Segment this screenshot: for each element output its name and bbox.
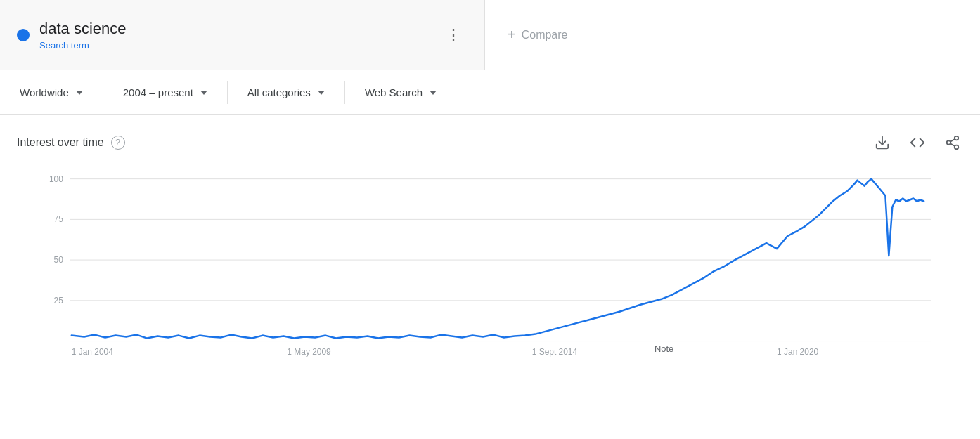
svg-line-5 — [950, 139, 955, 142]
x-label-2014: 1 Sept 2014 — [532, 347, 578, 357]
category-filter-label: All categories — [247, 86, 311, 98]
compare-button[interactable]: + Compare — [508, 27, 568, 43]
y-label-50: 50 — [54, 255, 64, 265]
search-type-filter-button[interactable]: Web Search — [356, 81, 445, 104]
embed-icon — [910, 135, 925, 150]
y-label-75: 75 — [54, 214, 64, 224]
download-icon — [875, 135, 890, 150]
search-term-title: data science — [39, 19, 127, 39]
search-type-dropdown-arrow-icon — [430, 91, 437, 95]
y-label-25: 25 — [54, 296, 64, 306]
term-dot — [17, 29, 30, 41]
chart-container: 100 75 50 25 1 Jan 2004 1 May 2009 1 Sep… — [0, 164, 980, 413]
category-dropdown-arrow-icon — [318, 91, 325, 95]
location-filter-label: Worldwide — [20, 86, 69, 98]
share-icon — [945, 135, 960, 150]
filter-divider-2 — [227, 81, 228, 104]
search-type-filter-label: Web Search — [365, 86, 423, 98]
embed-button[interactable] — [907, 132, 928, 153]
svg-line-4 — [950, 143, 955, 146]
header-area: data science Search term ⋮ + Compare — [0, 0, 980, 70]
chart-actions — [872, 132, 963, 153]
term-content: data science Search term — [17, 19, 127, 51]
interest-chart: 100 75 50 25 1 Jan 2004 1 May 2009 1 Sep… — [42, 164, 938, 382]
chart-title-group: Interest over time ? — [17, 136, 125, 150]
compare-plus-icon: + — [508, 27, 516, 43]
filter-bar: Worldwide 2004 – present All categories … — [0, 70, 980, 115]
trend-line — [72, 179, 924, 339]
time-range-filter-button[interactable]: 2004 – present — [115, 81, 216, 104]
x-label-2020: 1 Jan 2020 — [777, 347, 818, 357]
compare-label: Compare — [522, 29, 568, 41]
search-term-type: Search term — [39, 40, 127, 51]
filter-divider-3 — [344, 81, 345, 104]
category-filter-button[interactable]: All categories — [239, 81, 333, 104]
help-icon[interactable]: ? — [111, 136, 125, 150]
y-label-100: 100 — [49, 174, 63, 184]
chart-section: Interest over time ? — [0, 115, 980, 413]
compare-section: + Compare — [485, 0, 980, 70]
term-section: data science Search term ⋮ — [0, 0, 485, 70]
x-label-2009: 1 May 2009 — [287, 347, 331, 357]
chart-header: Interest over time ? — [0, 132, 980, 164]
chart-title: Interest over time — [17, 136, 104, 149]
filter-divider-1 — [103, 81, 103, 104]
location-filter-button[interactable]: Worldwide — [11, 81, 91, 104]
time-range-filter-label: 2004 – present — [123, 86, 193, 98]
time-range-dropdown-arrow-icon — [200, 91, 207, 95]
term-text-block: data science Search term — [39, 19, 127, 51]
download-button[interactable] — [872, 132, 893, 153]
x-label-2004: 1 Jan 2004 — [72, 347, 113, 357]
location-dropdown-arrow-icon — [76, 91, 83, 95]
more-options-button[interactable]: ⋮ — [440, 23, 468, 47]
note-label: Note — [655, 343, 673, 354]
share-button[interactable] — [942, 132, 963, 153]
